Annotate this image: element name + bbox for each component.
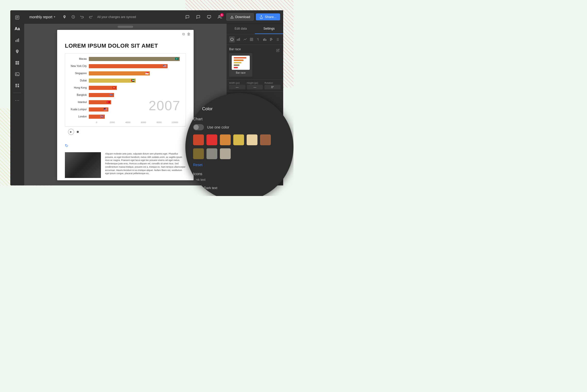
tab-settings[interactable]: Settings: [255, 24, 283, 34]
svg-rect-3: [16, 18, 18, 19]
chart-type-icons: [227, 34, 283, 45]
bar-row: Macau 🇲🇴: [68, 56, 183, 62]
reset-overlay-btn[interactable]: Reset: [193, 163, 286, 167]
sidebar-item-more[interactable]: ···: [12, 95, 22, 105]
svg-rect-9: [15, 63, 17, 65]
chart-overlay-sub: Chart: [193, 117, 286, 121]
chat-btn[interactable]: [194, 13, 203, 21]
chart-title: LOREM IPSUM DOLOR SIT AMET: [65, 42, 186, 49]
light-text-overlay-row: Light text: [193, 194, 286, 196]
bar-row: Bangkok 🇹🇭: [68, 92, 183, 98]
svg-rect-4: [15, 40, 16, 42]
svg-rect-35: [263, 39, 264, 41]
bar-row: New York City 🇺🇸: [68, 63, 183, 69]
ct-icon-more[interactable]: [275, 36, 281, 42]
progress-indicator: [77, 131, 79, 133]
ct-icon-bar[interactable]: [236, 36, 241, 42]
users-btn[interactable]: 5: [215, 13, 224, 21]
comments-btn[interactable]: [183, 13, 192, 21]
overlay-swatch-4[interactable]: [233, 134, 244, 145]
tab-edit-data[interactable]: Edit data: [227, 24, 255, 34]
svg-rect-1: [16, 16, 18, 17]
overlay-swatch-7[interactable]: [193, 148, 204, 159]
dark-text-overlay-label: Dark text: [204, 186, 217, 190]
rotation-value[interactable]: 0°: [264, 85, 281, 89]
svg-rect-14: [15, 86, 17, 87]
title-text: monthly report: [29, 15, 52, 19]
chart-preview-card[interactable]: Bar race: [229, 53, 252, 77]
bar-row: Hong Kong 🇭🇰: [68, 85, 183, 91]
chart-axis: 0 2000 4000 6000 8000 10000: [68, 121, 183, 124]
section-title: Bar race: [229, 47, 241, 51]
overlay-swatch-1[interactable]: [193, 134, 204, 145]
height-label: Height (px): [247, 82, 263, 84]
dark-text-overlay-sub: Dark text: [193, 178, 286, 182]
ct-icon-all[interactable]: [229, 36, 235, 42]
topbar: monthly report ▾ All your changes are sy…: [24, 10, 283, 24]
width-value[interactable]: —: [229, 85, 245, 89]
svg-rect-7: [15, 61, 17, 63]
overlay-swatch-5[interactable]: [247, 134, 257, 145]
svg-rect-16: [18, 86, 19, 87]
rotation-label: Rotation: [264, 82, 281, 84]
bar-row: London 🇬🇧: [68, 114, 183, 120]
svg-rect-37: [266, 39, 266, 41]
sidebar-item-chart[interactable]: [12, 35, 22, 45]
svg-rect-15: [18, 84, 19, 85]
bar-race-section: Bar race: [227, 45, 283, 79]
page-header: ⧉ 🗑: [57, 30, 194, 37]
page-container: ⧉ 🗑 LOREM IPSUM DOLOR SIT AMET Macau: [57, 30, 194, 180]
width-label: Width (px): [229, 82, 245, 84]
download-button[interactable]: Download: [226, 13, 254, 21]
overlay-swatch-2[interactable]: [206, 134, 217, 145]
svg-rect-6: [18, 38, 19, 42]
toggle-overlay[interactable]: [193, 124, 204, 130]
topbar-right: 5 Download Share...: [183, 13, 280, 21]
ct-icon-hbar[interactable]: [269, 36, 274, 42]
sidebar-item-home[interactable]: [12, 12, 22, 23]
svg-rect-27: [238, 39, 239, 41]
document-title[interactable]: monthly report ▾: [27, 14, 57, 20]
height-value[interactable]: —: [247, 85, 263, 89]
scroll-handle[interactable]: [118, 26, 133, 28]
light-text-overlay-swatch[interactable]: [193, 194, 201, 196]
svg-point-22: [219, 15, 220, 17]
overlay-swatch-3[interactable]: [220, 134, 231, 145]
svg-rect-13: [15, 84, 17, 86]
ct-icon-scatter[interactable]: [255, 36, 261, 42]
ct-icon-grid[interactable]: [249, 36, 255, 42]
page-content: LOREM IPSUM DOLOR SIT AMET Macau 🇲🇴: [57, 37, 194, 142]
present-btn[interactable]: [205, 13, 213, 21]
history-tool-btn[interactable]: [69, 13, 77, 21]
delete-page-btn[interactable]: 🗑: [187, 32, 191, 36]
pin-tool-btn[interactable]: [61, 13, 68, 21]
color-overlay-circle: 🖌️ Color Chart Use one color Reset Icons…: [185, 93, 294, 196]
share-button[interactable]: Share...: [256, 13, 280, 20]
sidebar-item-image[interactable]: [12, 69, 22, 79]
sidebar-item-text[interactable]: Aa: [12, 24, 22, 34]
edit-chart-btn[interactable]: [275, 47, 281, 53]
share-label: Share...: [265, 15, 277, 19]
play-button[interactable]: ▶: [68, 129, 74, 135]
overlay-swatch-9[interactable]: [220, 148, 231, 159]
topbar-tools: All your changes are synced: [61, 13, 136, 21]
content-image: [65, 152, 101, 178]
title-chevron-icon: ▾: [54, 15, 55, 19]
sidebar-item-pin[interactable]: [12, 46, 22, 57]
sidebar-item-layout[interactable]: [12, 58, 22, 68]
overlay-swatch-6[interactable]: [260, 134, 271, 145]
svg-rect-11: [15, 73, 19, 76]
ct-icon-line[interactable]: [242, 36, 248, 42]
redo-tool-btn[interactable]: [87, 13, 94, 21]
loading-indicator: ↻: [57, 142, 194, 149]
undo-tool-btn[interactable]: [78, 13, 86, 21]
svg-rect-18: [186, 15, 189, 18]
bar-row: Singapore 🇸🇬: [68, 71, 183, 76]
svg-rect-10: [18, 63, 19, 65]
duplicate-page-btn[interactable]: ⧉: [182, 32, 185, 36]
overlay-swatch-8[interactable]: [206, 148, 217, 159]
player-controls: ▶: [65, 126, 186, 137]
ct-icon-vbar[interactable]: [262, 36, 268, 42]
sidebar-item-components[interactable]: [12, 80, 22, 91]
dark-text-overlay-row: Dark text: [193, 184, 286, 192]
